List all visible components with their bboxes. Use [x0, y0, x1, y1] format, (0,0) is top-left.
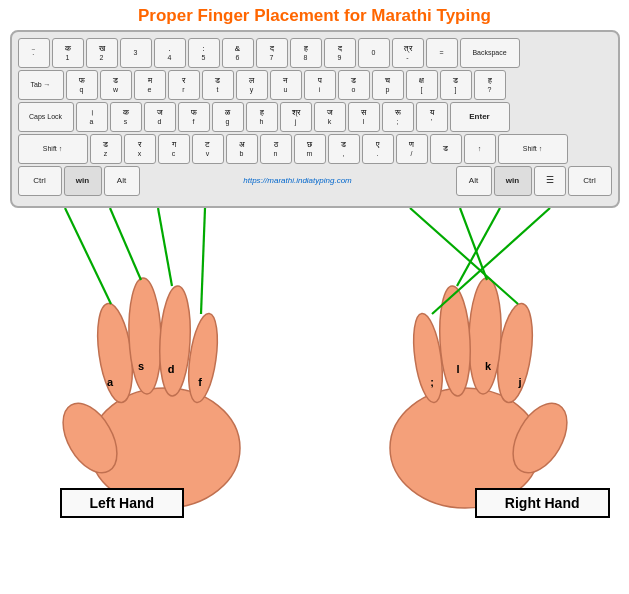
svg-line-20 [65, 208, 111, 304]
right-hand-label-container: Right Hand [475, 488, 610, 518]
key-minus[interactable]: त्र- [392, 38, 424, 68]
svg-line-24 [410, 208, 518, 304]
key-row-2: Tab → फq डw मe रr डt लy नu पi डo चp क्ष[… [18, 70, 612, 100]
key-slash[interactable]: ण/ [396, 134, 428, 164]
svg-text:;: ; [430, 376, 434, 388]
key-row-3: Caps Lock ।a कs जd फf ळg हh श्रj जk सl र… [18, 102, 612, 132]
key-l[interactable]: सl [348, 102, 380, 132]
svg-text:d: d [167, 363, 174, 375]
svg-line-22 [158, 208, 172, 286]
left-hand-label: Left Hand [60, 488, 185, 518]
key-6[interactable]: &6 [222, 38, 254, 68]
key-alt-right[interactable]: Alt [456, 166, 492, 196]
key-comma[interactable]: ड, [328, 134, 360, 164]
key-1[interactable]: क1 [52, 38, 84, 68]
key-c[interactable]: गc [158, 134, 190, 164]
svg-text:s: s [137, 360, 143, 372]
left-hand-label-container: Left Hand [60, 488, 185, 518]
hands-area: a s d f j k l ; [10, 208, 620, 518]
key-i[interactable]: पi [304, 70, 336, 100]
key-r[interactable]: रr [168, 70, 200, 100]
right-hand-label: Right Hand [475, 488, 610, 518]
key-tab[interactable]: Tab → [18, 70, 64, 100]
key-x[interactable]: रx [124, 134, 156, 164]
svg-text:k: k [484, 360, 491, 372]
key-k[interactable]: जk [314, 102, 346, 132]
key-extra1[interactable]: ड [430, 134, 462, 164]
key-t[interactable]: डt [202, 70, 234, 100]
key-g[interactable]: ळg [212, 102, 244, 132]
svg-point-4 [157, 285, 193, 396]
key-p[interactable]: चp [372, 70, 404, 100]
key-h[interactable]: हh [246, 102, 278, 132]
key-j[interactable]: श्रj [280, 102, 312, 132]
key-period[interactable]: ए. [362, 134, 394, 164]
key-backtick[interactable]: ~` [18, 38, 50, 68]
key-win-right[interactable]: win [494, 166, 532, 196]
key-s[interactable]: कs [110, 102, 142, 132]
key-v[interactable]: टv [192, 134, 224, 164]
key-row-1: ~` क1 ख2 3 .4 :5 &6 द7 ह8 द9 0 त्र- = Ba… [18, 38, 612, 68]
key-capslock[interactable]: Caps Lock [18, 102, 74, 132]
key-backspace[interactable]: Backspace [460, 38, 520, 68]
key-menu[interactable]: ☰ [534, 166, 566, 196]
key-9[interactable]: द9 [324, 38, 356, 68]
key-3[interactable]: 3 [120, 38, 152, 68]
key-5[interactable]: :5 [188, 38, 220, 68]
svg-line-23 [201, 208, 205, 314]
key-w[interactable]: डw [100, 70, 132, 100]
page-title: Proper Finger Placement for Marathi Typi… [0, 0, 629, 30]
svg-text:a: a [106, 376, 113, 388]
hands-svg: a s d f j k l ; [10, 208, 620, 518]
svg-text:l: l [456, 363, 459, 375]
svg-line-21 [110, 208, 141, 280]
key-shift-right[interactable]: Shift ↑ [498, 134, 568, 164]
key-8[interactable]: ह8 [290, 38, 322, 68]
key-b[interactable]: अb [226, 134, 258, 164]
key-7[interactable]: द7 [256, 38, 288, 68]
key-equals[interactable]: = [426, 38, 458, 68]
key-semicolon[interactable]: रू; [382, 102, 414, 132]
key-y[interactable]: लy [236, 70, 268, 100]
key-e[interactable]: मe [134, 70, 166, 100]
key-enter[interactable]: Enter [450, 102, 510, 132]
key-4[interactable]: .4 [154, 38, 186, 68]
key-url: https://marathi.indiatyping.com [142, 166, 454, 196]
key-o[interactable]: डo [338, 70, 370, 100]
keyboard-wrapper: ~` क1 ख2 3 .4 :5 &6 द7 ह8 द9 0 त्र- = Ba… [0, 30, 629, 208]
key-win-left[interactable]: win [64, 166, 102, 196]
key-0[interactable]: 0 [358, 38, 390, 68]
key-rbracket[interactable]: ड] [440, 70, 472, 100]
key-row-5: Ctrl win Alt https://marathi.indiatyping… [18, 166, 612, 196]
key-q[interactable]: फq [66, 70, 98, 100]
key-alt-left[interactable]: Alt [104, 166, 140, 196]
key-ctrl-right[interactable]: Ctrl [568, 166, 612, 196]
key-a[interactable]: ।a [76, 102, 108, 132]
key-d[interactable]: जd [144, 102, 176, 132]
key-m[interactable]: छm [294, 134, 326, 164]
key-lbracket[interactable]: क्ष[ [406, 70, 438, 100]
keyboard: ~` क1 ख2 3 .4 :5 &6 द7 ह8 द9 0 त्र- = Ba… [10, 30, 620, 208]
key-row-4: Shift ↑ डz रx गc टv अb ठn छm ड, ए. ण/ ड … [18, 134, 612, 164]
key-2[interactable]: ख2 [86, 38, 118, 68]
key-shift-left[interactable]: Shift ↑ [18, 134, 88, 164]
key-backslash[interactable]: ह? [474, 70, 506, 100]
key-z[interactable]: डz [90, 134, 122, 164]
key-quote[interactable]: य' [416, 102, 448, 132]
key-up[interactable]: ↑ [464, 134, 496, 164]
svg-text:f: f [198, 376, 202, 388]
key-f[interactable]: फf [178, 102, 210, 132]
key-u[interactable]: नu [270, 70, 302, 100]
key-ctrl-left[interactable]: Ctrl [18, 166, 62, 196]
svg-text:j: j [517, 376, 521, 388]
key-n[interactable]: ठn [260, 134, 292, 164]
